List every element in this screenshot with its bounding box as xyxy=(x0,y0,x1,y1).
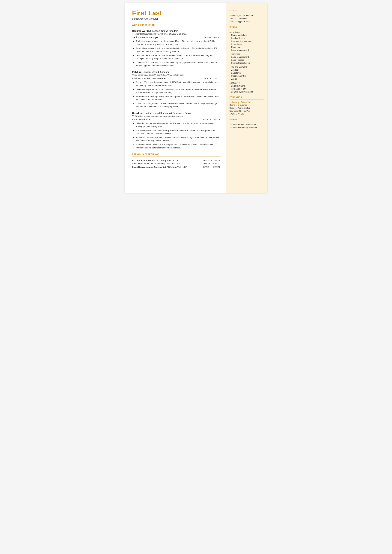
role-title-2: Business Development Manager xyxy=(132,77,166,80)
role-row-1: Senior Account Manager 08/2021 – Present xyxy=(132,36,221,39)
bullet-1-4: Conceived and performed online executive… xyxy=(133,61,221,67)
prev-exp-row-3: Sales Representative (Internship), ABC, … xyxy=(132,165,221,169)
candidate-title: Senior Account Manager xyxy=(132,17,221,20)
prev-exp-title-3: Sales Representative (Internship), ABC, … xyxy=(132,165,199,169)
bullet-1-2: Personalized services, built trust, nurt… xyxy=(133,47,221,53)
role-row-3: Sales Supervisor 06/2018 – 09/2019 xyxy=(132,118,221,121)
education-block: University of New York Bachelor of Scien… xyxy=(230,101,264,115)
employer-desc-2: Helps personal and wealth clients build … xyxy=(132,74,221,76)
techniques-label: Techniques: xyxy=(230,53,264,55)
other-item-1: Certified Sales Professional xyxy=(230,124,264,126)
bullet-3-2: Followed up with 140+ clients weekly to … xyxy=(133,129,221,135)
candidate-name: First Last xyxy=(132,9,221,17)
hard-skill-4: Direct Sales xyxy=(230,43,264,45)
work-experience-heading: WORK EXPERIENCE xyxy=(132,24,221,26)
edu-school: University of New York xyxy=(230,101,264,104)
bullet-3-1: Initiated a monthly incentive program fo… xyxy=(133,122,221,128)
employer-bold-2: Polyhire, xyxy=(132,70,142,73)
employer-desc-1: A lender that provides home equity lines… xyxy=(132,33,221,35)
employer-rest-1: London, United Kingdom xyxy=(151,29,178,32)
edu-location: New York City, New York xyxy=(230,110,264,112)
bullet-1-3: Demonstrated a precise ROI via 10+ conte… xyxy=(133,54,221,60)
role-title-1: Senior Account Manager xyxy=(132,36,158,39)
contact-phone: +44 1234567890 xyxy=(230,17,264,20)
bullet-2-1: Secured 20+ distinctive contracts worth … xyxy=(133,81,221,87)
tool-3: Google Analytics xyxy=(230,75,264,77)
bullet-2-3: Partnered with 30+ major stakeholders of… xyxy=(133,95,221,101)
prev-exp-title-2: Call Center Sales, XYZ Company, New York… xyxy=(132,162,199,165)
hard-skill-6: Sales Management xyxy=(230,49,264,51)
hard-skills-label: Hard Skills: xyxy=(230,31,264,33)
role-row-2: Business Development Manager 10/2019 – 0… xyxy=(132,77,221,80)
language-1: English (Native) xyxy=(230,85,264,87)
previous-experience-heading: PREVIOUS EXPERIENCE xyxy=(132,153,221,155)
employer-rest-3: London, United Kingdom & Barcelona, Spai… xyxy=(143,112,191,114)
employer-bold-3: Growthsi, xyxy=(132,112,143,114)
contact-location: Dundee, United Kingdom xyxy=(230,14,264,17)
language-2: Romanian (Native) xyxy=(230,88,264,90)
employer-name-3: Growthsi, London, United Kingdom & Barce… xyxy=(132,112,221,114)
other-item-2: Certified Marketing Manager xyxy=(230,126,264,129)
bullet-2-2: Tested and implemented VOIP phone soluti… xyxy=(133,88,221,94)
employer-name-2: Polyhire, London, United Kingdom xyxy=(132,70,221,73)
hard-skill-3: Business Development xyxy=(230,40,264,42)
prev-exp-row-1: Account Executive, ABC Company, London, … xyxy=(132,159,221,162)
main-column: First Last Senior Account Manager WORK E… xyxy=(125,3,226,193)
edu-field: Business Administration xyxy=(230,107,264,110)
sidebar: CONTACT Dundee, United Kingdom +44 12345… xyxy=(226,3,267,193)
other-divider xyxy=(230,122,264,122)
bullets-1: Revived a 10-week sales portfolio to exc… xyxy=(132,40,221,67)
bullet-2-4: Developed strategic alliances with 200+ … xyxy=(133,102,221,108)
employer-desc-3: NYSE-listed recruitment and employer bra… xyxy=(132,115,221,117)
bullets-2: Secured 20+ distinctive contracts worth … xyxy=(132,81,221,108)
prev-exp-title-1: Account Executive, ABC Company, London, … xyxy=(132,159,199,162)
edu-dates: 10/2011 - 06/2014 xyxy=(230,112,264,115)
bullet-3-4: Published weekly reviews of 50+ top-perf… xyxy=(133,143,221,149)
other-heading: OTHER xyxy=(230,119,264,121)
prev-exp-dates-1: 11/2017 – 05/2018 xyxy=(199,159,221,162)
employer-name-1: Resume Worded, London, United Kingdom xyxy=(132,29,221,32)
education-heading: EDUCATION xyxy=(230,96,264,98)
hard-skill-5: Coaching xyxy=(230,46,264,48)
technique-2: Sales Process xyxy=(230,59,264,61)
employer-rest-2: London, United Kingdom xyxy=(142,70,169,73)
job-block-1: Resume Worded, London, United Kingdom A … xyxy=(132,29,221,67)
role-dates-3: 06/2018 – 09/2019 xyxy=(203,119,220,121)
job-block-3: Growthsi, London, United Kingdom & Barce… xyxy=(132,112,221,149)
employer-bold-1: Resume Worded, xyxy=(132,29,151,32)
tool-4: Zapier xyxy=(230,78,264,80)
resume-document: First Last Senior Account Manager WORK E… xyxy=(125,3,267,193)
prev-exp-dates-3: 07/2014 – 12/2015 xyxy=(199,165,221,169)
hard-skill-2: Solution Selling xyxy=(230,37,264,39)
role-dates-2: 10/2019 – 07/2021 xyxy=(203,77,220,80)
role-dates-1: 08/2021 – Present xyxy=(204,36,220,39)
technique-1: Sales Management xyxy=(230,56,264,58)
job-block-2: Polyhire, London, United Kingdom Helps p… xyxy=(132,70,221,108)
technique-3: Contract Negotiation xyxy=(230,62,264,64)
role-title-3: Sales Supervisor xyxy=(132,118,150,121)
bullet-3-3: Established relationships with 1200+ cus… xyxy=(133,136,221,142)
contact-heading: CONTACT xyxy=(230,9,264,12)
tools-label: Tools and Software: xyxy=(230,66,264,68)
prev-exp-dates-2: 01/2016 – 10/2017 xyxy=(199,162,221,165)
previous-experience-table: Account Executive, ABC Company, London, … xyxy=(132,159,221,169)
prev-exp-row-2: Call Center Sales, XYZ Company, New York… xyxy=(132,162,221,165)
tool-1: Zendesk xyxy=(230,69,264,71)
bullet-1-1: Revived a 10-week sales portfolio to exc… xyxy=(133,40,221,46)
edu-degree: Bachelor of Science xyxy=(230,104,264,107)
tool-2: Salesforce xyxy=(230,72,264,74)
contact-divider xyxy=(230,13,264,13)
skills-heading: SKILLS xyxy=(230,26,264,28)
skills-divider xyxy=(230,29,264,29)
hard-skill-1: Online Marketing xyxy=(230,34,264,36)
languages-label: Languages: xyxy=(230,82,264,84)
bullets-3: Initiated a monthly incentive program fo… xyxy=(132,122,221,149)
contact-email: first.last@gmail.com xyxy=(230,20,264,23)
language-3: Spanish (Conversational) xyxy=(230,91,264,93)
